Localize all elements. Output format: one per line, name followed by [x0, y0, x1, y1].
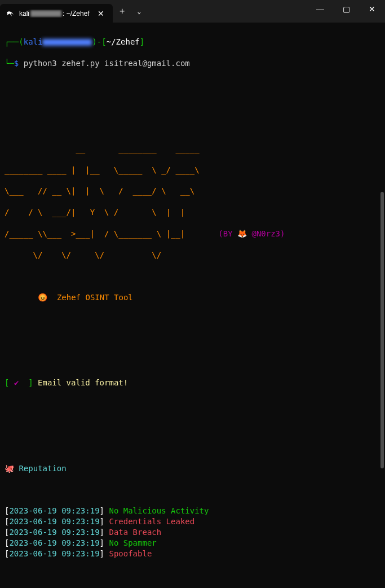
reputation-item: [2023-06-19 09:23:19] Credentials Leaked [5, 516, 380, 527]
prompt-line: ┌──(kali)-[~/Zehef] [5, 37, 380, 47]
terminal-output[interactable]: ┌──(kali)-[~/Zehef] └─$ python3 zehef.py… [0, 23, 385, 588]
tab-title: kali: ~/Zehef [19, 10, 90, 17]
email-valid-line: [ ✔ ] Email valid format! [5, 378, 380, 388]
new-tab-button[interactable]: + [113, 6, 131, 16]
reputation-item: [2023-06-19 09:23:19] No Malicious Activ… [5, 506, 380, 516]
reputation-item: [2023-06-19 09:23:19] Spoofable [5, 548, 380, 559]
tab-area: kali: ~/Zehef ✕ + ⌄ [0, 0, 147, 23]
kali-icon [6, 9, 15, 18]
active-tab[interactable]: kali: ~/Zehef ✕ [0, 4, 113, 23]
maximize-button[interactable]: ▢ [333, 0, 359, 18]
tab-close-button[interactable]: ✕ [95, 8, 107, 19]
minimize-button[interactable]: — [307, 0, 333, 18]
tab-dropdown-button[interactable]: ⌄ [131, 7, 147, 15]
ascii-art: __ ________ _____ [5, 143, 380, 154]
window-controls: — ▢ ✕ [307, 0, 385, 23]
scrollbar[interactable] [380, 192, 384, 468]
reputation-header: 🐙 Reputation [5, 463, 380, 474]
close-button[interactable]: ✕ [359, 0, 385, 18]
tool-name: 😡 Zehef OSINT Tool [5, 292, 380, 303]
reputation-item: [2023-06-19 09:23:19] No Spammer [5, 538, 380, 548]
reputation-item: [2023-06-19 09:23:19] Data Breach [5, 527, 380, 538]
command-line: └─$ python3 zehef.py isitreal@gmail.com [5, 58, 380, 69]
title-bar: kali: ~/Zehef ✕ + ⌄ — ▢ ✕ [0, 0, 385, 23]
